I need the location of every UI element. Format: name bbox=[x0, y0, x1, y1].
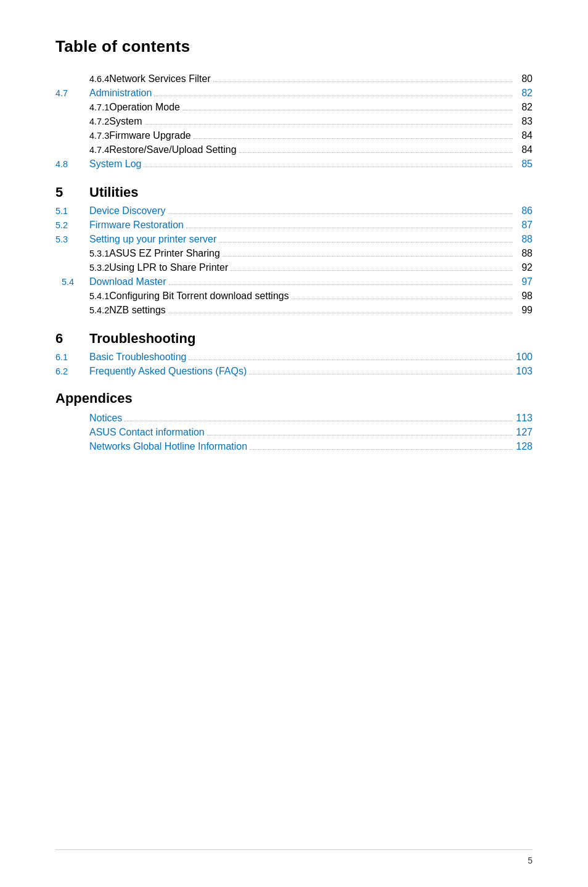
toc-row-5-4-2: 5.4.2 NZB settings 99 bbox=[55, 305, 533, 316]
entry-num-5-3: 5.3 bbox=[55, 234, 89, 244]
section-6-num: 6 bbox=[55, 331, 89, 347]
entry-num-5-1: 5.1 bbox=[55, 206, 89, 216]
page: Table of contents 4.6.4 Network Services… bbox=[0, 0, 588, 887]
dots bbox=[292, 299, 513, 299]
dots bbox=[189, 360, 513, 360]
section-5-title: Utilities bbox=[89, 184, 138, 200]
dots bbox=[207, 435, 513, 435]
entry-page-5-4: 97 bbox=[515, 276, 533, 287]
entry-label-4-7-3: Firmware Upgrade bbox=[109, 130, 190, 141]
section-5-header: 5 Utilities bbox=[55, 184, 533, 200]
toc-row-5-4: 5.4 Download Master 97 bbox=[55, 276, 533, 287]
entry-content-networks-hotline: Networks Global Hotline Information 128 bbox=[89, 441, 533, 452]
section-6-header: 6 Troubleshooting bbox=[55, 331, 533, 347]
dots bbox=[213, 81, 513, 82]
entry-label-5-3: Setting up your printer server bbox=[89, 234, 216, 245]
entry-num-4-7-1: 4.7.1 bbox=[55, 102, 109, 112]
entry-label-6-2: Frequently Asked Questions (FAQs) bbox=[89, 366, 247, 377]
dots bbox=[154, 96, 513, 96]
entry-num-4-6-4: 4.6.4 bbox=[55, 74, 109, 84]
section-5-num: 5 bbox=[55, 184, 89, 200]
entry-num-5-3-1: 5.3.1 bbox=[55, 249, 109, 258]
entry-content-5-4-2: NZB settings 99 bbox=[109, 305, 533, 316]
entry-label-6-1: Basic Troubleshooting bbox=[89, 352, 186, 363]
dots bbox=[249, 374, 513, 374]
toc-title: Table of contents bbox=[55, 37, 533, 56]
dots bbox=[145, 124, 513, 125]
entry-num-5-4: 5.4 bbox=[55, 277, 89, 287]
entry-num-5-4-2: 5.4.2 bbox=[55, 305, 109, 315]
toc-row-5-3-1: 5.3.1 ASUS EZ Printer Sharing 88 bbox=[55, 248, 533, 259]
entry-label-4-7-1: Operation Mode bbox=[109, 102, 180, 113]
entry-content-6-2: Frequently Asked Questions (FAQs) 103 bbox=[89, 366, 533, 377]
dots bbox=[239, 152, 513, 153]
appendices-title: Appendices bbox=[55, 390, 533, 406]
entry-content-4-6-4: Network Services Filter 80 bbox=[109, 73, 533, 85]
entry-content-4-7-2: System 83 bbox=[109, 116, 533, 127]
footer-page-number: 5 bbox=[528, 856, 533, 865]
entry-content-4-7-4: Restore/Save/Upload Setting 84 bbox=[109, 144, 533, 155]
entry-label-asus-contact: ASUS Contact information bbox=[89, 427, 205, 438]
entry-content-4-7-1: Operation Mode 82 bbox=[109, 102, 533, 113]
dots bbox=[168, 313, 513, 313]
entry-page-5-4-2: 99 bbox=[515, 305, 533, 316]
entry-content-notices: Notices 113 bbox=[89, 413, 533, 424]
entry-num-5-2: 5.2 bbox=[55, 220, 89, 230]
entry-page-asus-contact: 127 bbox=[515, 427, 533, 438]
entry-page-5-4-1: 98 bbox=[515, 291, 533, 302]
toc-row-4-8: 4.8 System Log 85 bbox=[55, 159, 533, 170]
dots bbox=[186, 228, 513, 228]
entry-label-4-7-4: Restore/Save/Upload Setting bbox=[109, 144, 236, 155]
entry-content-5-3: Setting up your printer server 88 bbox=[89, 234, 533, 245]
dots bbox=[231, 270, 513, 271]
entry-page-5-3: 88 bbox=[515, 234, 533, 245]
entry-num-5-4-1: 5.4.1 bbox=[55, 291, 109, 301]
dots bbox=[223, 256, 513, 257]
entry-page-networks-hotline: 128 bbox=[515, 441, 533, 452]
entry-num-4-7-3: 4.7.3 bbox=[55, 131, 109, 141]
section-6-title: Troubleshooting bbox=[89, 331, 195, 347]
entry-page-6-1: 100 bbox=[515, 352, 533, 363]
entry-page-5-2: 87 bbox=[515, 220, 533, 231]
entry-page-6-2: 103 bbox=[515, 366, 533, 377]
entry-num-5-3-2: 5.3.2 bbox=[55, 263, 109, 273]
entry-page-notices: 113 bbox=[515, 413, 533, 424]
entry-label-4-7-2: System bbox=[109, 116, 142, 127]
entry-page-4-7-4: 84 bbox=[515, 144, 533, 155]
toc-row-5-3-2: 5.3.2 Using LPR to Share Printer 92 bbox=[55, 262, 533, 273]
dots bbox=[125, 421, 513, 421]
entry-page-4-6-4: 80 bbox=[515, 73, 533, 85]
entry-label-notices: Notices bbox=[89, 413, 122, 424]
entry-label-5-3-2: Using LPR to Share Printer bbox=[109, 262, 228, 273]
dots bbox=[144, 167, 513, 167]
entry-label-5-3-1: ASUS EZ Printer Sharing bbox=[109, 248, 220, 259]
entry-content-6-1: Basic Troubleshooting 100 bbox=[89, 352, 533, 363]
entry-content-5-4: Download Master 97 bbox=[89, 276, 533, 287]
toc-row-6-2: 6.2 Frequently Asked Questions (FAQs) 10… bbox=[55, 366, 533, 377]
entry-label-4-6-4: Network Services Filter bbox=[109, 73, 210, 85]
toc-row-4-7: 4.7 Administration 82 bbox=[55, 88, 533, 99]
entry-content-5-2: Firmware Restoration 87 bbox=[89, 220, 533, 231]
entry-num-6-1: 6.1 bbox=[55, 352, 89, 362]
toc-row-6-1: 6.1 Basic Troubleshooting 100 bbox=[55, 352, 533, 363]
toc-row-5-1: 5.1 Device Discovery 86 bbox=[55, 205, 533, 217]
footer-line bbox=[55, 849, 533, 850]
entry-label-networks-hotline: Networks Global Hotline Information bbox=[89, 441, 247, 452]
dots bbox=[168, 213, 513, 214]
toc-row-4-7-1: 4.7.1 Operation Mode 82 bbox=[55, 102, 533, 113]
entry-content-5-3-2: Using LPR to Share Printer 92 bbox=[109, 262, 533, 273]
toc-row-5-2: 5.2 Firmware Restoration 87 bbox=[55, 220, 533, 231]
entry-num-4-7: 4.7 bbox=[55, 88, 89, 98]
entry-page-4-8: 85 bbox=[515, 159, 533, 170]
entry-content-4-7-3: Firmware Upgrade 84 bbox=[109, 130, 533, 141]
dots bbox=[182, 110, 513, 110]
entry-label-5-1: Device Discovery bbox=[89, 205, 166, 217]
entry-content-5-4-1: Configuring Bit Torrent download setting… bbox=[109, 291, 533, 302]
entry-label-5-4: Download Master bbox=[89, 276, 166, 287]
dots bbox=[250, 449, 513, 450]
entry-num-4-7-4: 4.7.4 bbox=[55, 145, 109, 155]
entry-content-5-1: Device Discovery 86 bbox=[89, 205, 533, 217]
toc-row-5-3: 5.3 Setting up your printer server 88 bbox=[55, 234, 533, 245]
entry-page-4-7-2: 83 bbox=[515, 116, 533, 127]
dots bbox=[194, 138, 513, 139]
